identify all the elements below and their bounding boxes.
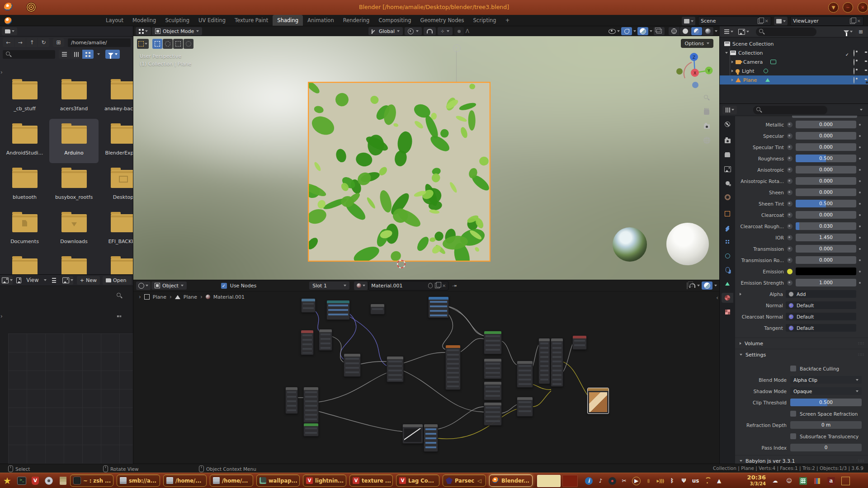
material-property-row[interactable]: Roughness 0.500 xyxy=(735,153,868,164)
volume-section-header[interactable]: Volume∷∷ xyxy=(735,338,868,349)
shader-type-dropdown[interactable]: Object xyxy=(151,282,187,290)
taskbar-task[interactable]: /home/... xyxy=(163,474,207,487)
panel-expand-arrow[interactable]: ‹ xyxy=(716,295,718,301)
filter-toggle-button[interactable] xyxy=(105,50,120,59)
new-collection-button[interactable]: ⊞ xyxy=(855,28,866,36)
keyframe-dot-icon[interactable] xyxy=(856,169,863,171)
shading-rendered-button[interactable] xyxy=(703,27,713,35)
EFI_BACKUP[interactable]: EFI_BACKUP xyxy=(99,207,133,252)
socket-dot-icon[interactable] xyxy=(787,155,793,162)
workspace-tab[interactable]: Scripting xyxy=(469,15,501,26)
socket-dot-icon[interactable] xyxy=(787,257,793,263)
folder-item[interactable] xyxy=(49,252,99,275)
expand-caret-icon[interactable] xyxy=(731,79,733,81)
editor-type-button[interactable] xyxy=(722,28,736,36)
keyframe-dot-icon[interactable] xyxy=(856,124,863,126)
shader-node[interactable] xyxy=(572,335,587,350)
window-placeholder-icon[interactable] xyxy=(841,477,850,485)
socket-dot-icon[interactable] xyxy=(787,144,793,150)
property-slider[interactable]: 0.000 xyxy=(796,132,856,140)
pin-icon[interactable]: 📌︎ xyxy=(451,282,458,289)
wifi-tray-icon[interactable] xyxy=(703,477,711,485)
Desktop[interactable]: Desktop xyxy=(99,163,133,207)
clock[interactable]: 20:36 3/3/24 xyxy=(738,474,766,486)
shader-node[interactable] xyxy=(303,387,319,423)
shader-node[interactable] xyxy=(517,397,533,417)
workspace-tab[interactable]: Rendering xyxy=(339,15,374,26)
select-box-tool[interactable] xyxy=(152,39,162,49)
filter-dropdown[interactable] xyxy=(850,31,853,33)
material-browse-button[interactable] xyxy=(354,282,368,290)
pass-index-field[interactable]: 0 xyxy=(790,444,862,451)
outliner-row-plane[interactable]: Plane xyxy=(720,75,868,84)
AndroidStudi...[interactable]: AndroidStudi... xyxy=(0,119,49,163)
socket-dot-icon[interactable] xyxy=(787,122,793,128)
tab-material[interactable] xyxy=(722,293,733,303)
open-image-button[interactable]: Open xyxy=(103,276,132,285)
socket-dot-icon[interactable] xyxy=(787,268,793,275)
property-slider[interactable]: 0.500 xyxy=(796,200,856,207)
_cb_stuff[interactable]: _cb_stuff xyxy=(0,75,49,119)
Documents[interactable]: Documents xyxy=(0,207,49,252)
new-viewlayer-icon[interactable] xyxy=(850,19,855,24)
transform-orientation-dropdown[interactable]: Global xyxy=(368,27,403,35)
property-slider[interactable]: 0.000 xyxy=(796,188,856,196)
shader-node[interactable] xyxy=(285,387,298,414)
expand-caret-icon[interactable] xyxy=(731,61,733,63)
editor-type-button[interactable] xyxy=(2,276,13,285)
property-slider[interactable]: 1.450 xyxy=(796,234,856,241)
taskbar-task[interactable]: Lag Co... xyxy=(396,474,439,487)
material-property-row[interactable]: Emission Strength 1.000 xyxy=(735,277,868,288)
workspace-pager-cell[interactable] xyxy=(562,475,578,487)
select-circle-tool[interactable] xyxy=(163,39,173,49)
unlink-material-icon[interactable]: ✕ xyxy=(442,283,446,288)
outliner-row-camera[interactable]: Camera xyxy=(720,57,868,66)
shader-node[interactable] xyxy=(484,331,502,354)
use-nodes-checkbox[interactable] xyxy=(221,283,227,289)
expand-caret-icon[interactable] xyxy=(725,52,728,54)
socket-dot-icon[interactable] xyxy=(787,235,793,241)
menus-collapsed-icon[interactable] xyxy=(52,278,56,283)
hide-eye-icon[interactable] xyxy=(854,50,854,56)
outliner-search-input[interactable] xyxy=(756,28,816,36)
viewport-ortho-grid-icon[interactable] xyxy=(702,136,711,145)
image-view-menu[interactable]: View xyxy=(22,277,42,283)
overlays-toggle[interactable] xyxy=(637,27,648,35)
material-property-row[interactable]: Emission xyxy=(735,266,868,277)
socket-dot-icon[interactable] xyxy=(787,280,793,286)
microphone-tray-icon[interactable] xyxy=(645,477,652,485)
new-scene-icon[interactable] xyxy=(758,19,763,24)
shader-node[interactable] xyxy=(484,358,502,379)
keyframe-dot-icon[interactable] xyxy=(856,203,863,205)
socket-dot-icon[interactable] xyxy=(787,133,793,139)
tab-modifiers[interactable] xyxy=(722,223,733,233)
menu-star-icon[interactable]: ★ xyxy=(2,476,13,486)
properties-search-input[interactable] xyxy=(753,106,827,114)
clipboard-tray-icon[interactable]: ✂ xyxy=(620,477,628,485)
vertical-list-view-button[interactable] xyxy=(59,50,70,59)
add-workspace-button[interactable]: + xyxy=(501,15,514,26)
tab-object-data[interactable] xyxy=(722,279,733,289)
taskbar-task[interactable]: /home/... xyxy=(210,474,253,487)
scene-selector[interactable]: Scene ✕ xyxy=(698,16,771,26)
panel-expand-arrow[interactable]: › xyxy=(0,69,3,75)
usb-tray-icon[interactable]: Ψ xyxy=(680,477,688,485)
music-tray-icon[interactable]: ♪ xyxy=(597,477,604,485)
media-play-tray-icon[interactable]: ▶ xyxy=(632,477,641,485)
property-slider[interactable]: 0.000 xyxy=(796,211,856,219)
material-property-row[interactable]: Sheen 0.000 xyxy=(735,187,868,198)
tab-physics[interactable] xyxy=(722,251,733,261)
material-property-row[interactable]: Specular Tint 0.000 xyxy=(735,141,868,153)
socket-dot-icon[interactable] xyxy=(787,189,793,196)
outliner-filter-icon[interactable] xyxy=(844,30,849,33)
material-property-row[interactable]: Sheen Tint 0.500 xyxy=(735,198,868,209)
taskbar-task[interactable]: wallpap... xyxy=(256,474,300,487)
viewport-camera-view-icon[interactable] xyxy=(702,122,711,131)
workspace-tab[interactable]: Shading xyxy=(273,15,303,26)
material-property-row[interactable]: Anisotropic Rota... 0.000 xyxy=(735,175,868,187)
property-slider[interactable]: 0.000 xyxy=(796,143,856,151)
settings-section-header[interactable]: Settings∷∷ xyxy=(735,349,868,360)
cursor-tool[interactable] xyxy=(184,39,193,49)
create-folder-icon[interactable]: ⊞ xyxy=(53,38,64,47)
remove-viewlayer-icon[interactable]: ✕ xyxy=(857,19,861,23)
